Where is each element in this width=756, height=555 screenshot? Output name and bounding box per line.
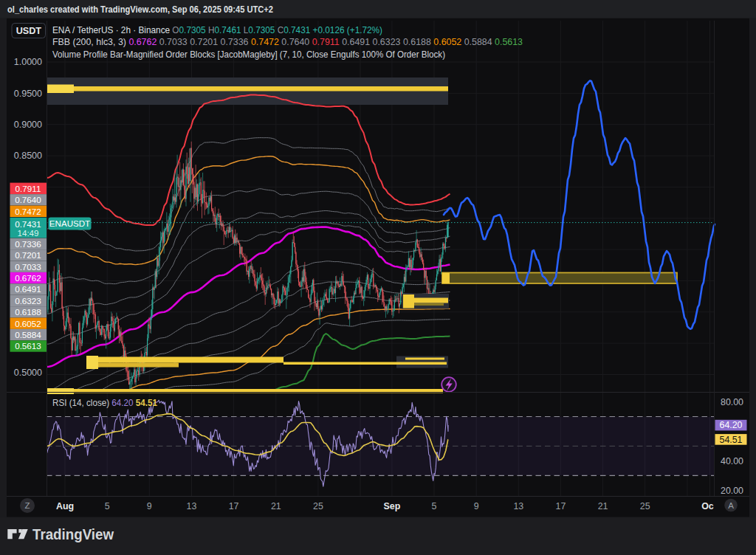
svg-text:0.8500: 0.8500 [14, 151, 42, 161]
svg-text:0.7336: 0.7336 [15, 239, 41, 249]
svg-text:21: 21 [271, 501, 281, 511]
svg-text:FBB (200, hlc3, 3) 0.6762 0.70: FBB (200, hlc3, 3) 0.6762 0.7033 0.7201 … [52, 36, 523, 47]
svg-text:0.7640: 0.7640 [15, 195, 41, 204]
svg-text:TradingView: TradingView [32, 526, 114, 542]
svg-text:Oc: Oc [701, 501, 714, 511]
svg-text:9: 9 [147, 501, 152, 511]
svg-text:25: 25 [640, 501, 650, 511]
svg-text:0.6762: 0.6762 [15, 273, 41, 283]
svg-text:Aug: Aug [56, 501, 74, 511]
svg-text:0.5613: 0.5613 [15, 341, 41, 351]
svg-text:5: 5 [432, 501, 437, 511]
svg-text:0.5000: 0.5000 [14, 368, 42, 378]
svg-text:20.00: 20.00 [721, 486, 743, 496]
svg-text:0.6323: 0.6323 [15, 296, 41, 306]
svg-text:Volume Profile Bar-Magnified O: Volume Profile Bar-Magnified Order Block… [52, 49, 445, 60]
svg-text:13: 13 [187, 501, 197, 511]
svg-text:80.00: 80.00 [721, 397, 743, 407]
svg-text:21: 21 [598, 501, 608, 511]
svg-text:Z: Z [24, 501, 30, 510]
svg-text:ol_charles created with Tradin: ol_charles created with TradingView.com,… [7, 4, 273, 15]
svg-text:17: 17 [229, 501, 239, 511]
svg-text:40.00: 40.00 [721, 456, 743, 466]
svg-text:14:49: 14:49 [17, 228, 38, 238]
svg-text:0.6052: 0.6052 [15, 319, 41, 328]
svg-text:64.20: 64.20 [719, 420, 742, 430]
svg-text:25: 25 [313, 501, 323, 511]
svg-text:17: 17 [556, 501, 566, 511]
svg-text:ENA / TetherUS · 2h · Binance: ENA / TetherUS · 2h · Binance O0.7305 H0… [52, 24, 382, 35]
svg-text:RSI (14, close) 64.20 54.51: RSI (14, close) 64.20 54.51 [52, 398, 157, 408]
svg-text:A: A [728, 501, 734, 510]
svg-text:0.7033: 0.7033 [15, 262, 41, 272]
svg-text:0.9000: 0.9000 [14, 120, 42, 130]
svg-text:0.7431: 0.7431 [15, 219, 41, 229]
svg-text:5: 5 [105, 501, 110, 511]
svg-text:USDT: USDT [16, 26, 42, 36]
svg-text:13: 13 [513, 501, 523, 511]
svg-text:0.7911: 0.7911 [16, 184, 41, 193]
svg-text:1.0000: 1.0000 [14, 57, 42, 67]
svg-text:54.51: 54.51 [719, 435, 742, 445]
svg-text:0.5884: 0.5884 [15, 330, 41, 339]
svg-text:ENAUSDT: ENAUSDT [49, 218, 90, 228]
svg-text:0.7472: 0.7472 [15, 207, 41, 216]
svg-text:9: 9 [474, 501, 479, 511]
svg-text:0.6491: 0.6491 [15, 284, 41, 294]
svg-text:Sep: Sep [384, 501, 401, 511]
svg-text:0.7201: 0.7201 [15, 250, 41, 260]
svg-text:0.9500: 0.9500 [14, 89, 42, 99]
svg-text:0.6188: 0.6188 [15, 307, 41, 317]
